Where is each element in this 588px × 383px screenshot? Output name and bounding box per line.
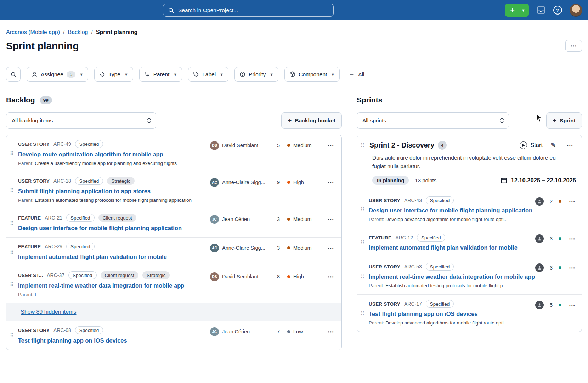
search-input[interactable] <box>178 7 329 13</box>
story-points: 2 <box>549 199 553 204</box>
work-item-id: ARC-12 <box>395 235 413 240</box>
select-stepper-icon <box>499 117 504 124</box>
parent-info: Parent: t <box>18 292 210 297</box>
sprint-name: Sprint 2 - Discovery <box>369 141 434 149</box>
assignee-filter[interactable]: Assignee 5 ▼ <box>27 67 88 82</box>
work-item-title-link[interactable]: Design user interface for mobile flight … <box>18 225 182 232</box>
sprint-more-actions-button[interactable]: ⋯ <box>564 141 576 149</box>
breadcrumb-project-link[interactable]: Arcanos (Mobile app) <box>6 29 60 35</box>
priority-filter[interactable]: Priority ▼ <box>234 67 278 82</box>
drag-handle-icon[interactable]: ⠿ <box>361 263 369 288</box>
sprint-item-arc-17: ⠿ USER STORY ARC-17 Specified Test fligh… <box>357 294 582 332</box>
story-points: 3 <box>272 245 284 251</box>
label-filter[interactable]: Label ▼ <box>188 67 228 82</box>
drag-handle-icon[interactable]: ⠿ <box>10 243 18 260</box>
priority-dot <box>287 275 290 278</box>
assignee-avatar: DS <box>210 272 219 281</box>
help-icon[interactable]: ? <box>553 6 562 15</box>
drag-handle-icon[interactable]: ⠿ <box>10 271 18 297</box>
show-hidden-items-link[interactable]: Show 89 hidden items <box>21 309 76 315</box>
assignee-avatar: JC <box>210 215 219 224</box>
work-item-title-link[interactable]: Test flight planning app on iOS devices <box>369 311 478 317</box>
item-more-actions-button[interactable]: ⋯ <box>325 142 337 149</box>
filter-search-button[interactable] <box>6 67 21 82</box>
work-item-id: ARC-49 <box>53 141 71 147</box>
type-filter[interactable]: Type ▼ <box>94 67 133 82</box>
sprints-section-title: Sprints <box>357 96 382 104</box>
work-item-title-link[interactable]: Submit flight planning application to ap… <box>18 188 151 195</box>
work-item-id: ARC-37 <box>47 272 64 278</box>
drag-handle-icon[interactable]: ⠿ <box>361 234 369 251</box>
drag-handle-icon[interactable]: ⠿ <box>361 196 369 222</box>
label-badge: Strategic <box>107 177 134 185</box>
item-more-actions-button[interactable]: ⋯ <box>325 244 337 252</box>
chevron-down-icon: ▼ <box>124 72 128 77</box>
item-more-actions-button[interactable]: ⋯ <box>567 198 577 205</box>
work-item-title-link[interactable]: Design user interface for mobile flight … <box>369 207 532 214</box>
chevron-down-icon: ▼ <box>331 72 335 77</box>
drag-handle-icon[interactable]: ⠿ <box>10 177 18 203</box>
work-item-title-link[interactable]: Implement automated flight plan validati… <box>369 244 518 251</box>
user-avatar[interactable] <box>570 4 582 17</box>
story-points: 8 <box>272 274 284 279</box>
status-badge: Specified <box>75 177 103 185</box>
parent-info: Parent: Establish automated testing prot… <box>18 198 210 203</box>
start-sprint-button[interactable]: Start <box>520 141 543 149</box>
item-more-actions-button[interactable]: ⋯ <box>567 235 577 243</box>
add-backlog-bucket-button[interactable]: + Backlog bucket <box>281 112 342 129</box>
item-more-actions-button[interactable]: ⋯ <box>325 179 337 186</box>
parent-filter[interactable]: Parent ▼ <box>139 67 182 82</box>
breadcrumb-backlog-link[interactable]: Backlog <box>68 29 88 35</box>
priority-dot <box>559 237 561 240</box>
work-item-title-link[interactable]: Develop route optimization algorithm for… <box>18 151 163 158</box>
all-filters-button[interactable]: All <box>349 71 364 78</box>
drag-handle-icon[interactable]: ⠿ <box>10 214 18 232</box>
backlog-filter-select[interactable]: All backlog items <box>6 112 156 129</box>
work-item-type: FEATURE <box>18 215 41 221</box>
drag-handle-icon[interactable]: ⠿ <box>10 326 18 344</box>
sprint-status-badge: In planning <box>372 176 409 185</box>
work-item-type: USER STORY <box>18 178 50 184</box>
status-badge: Specified <box>66 243 95 250</box>
story-points: 3 <box>549 236 553 242</box>
chevron-down-icon[interactable]: ▼ <box>519 4 529 17</box>
drag-handle-icon[interactable]: ⠿ <box>361 142 369 149</box>
person-icon <box>32 71 38 77</box>
priority-dot <box>287 181 290 184</box>
top-navigation-bar: + ▼ ? <box>0 0 588 20</box>
item-more-actions-button[interactable]: ⋯ <box>325 273 337 281</box>
global-search[interactable] <box>163 4 334 17</box>
component-filter[interactable]: Component ▼ <box>284 67 340 82</box>
select-stepper-icon <box>147 117 152 124</box>
add-sprint-button[interactable]: + Sprint <box>546 112 582 129</box>
drag-handle-icon[interactable]: ⠿ <box>361 300 369 326</box>
work-item-title-link[interactable]: Implement automated flight plan validati… <box>18 254 167 260</box>
priority-dot <box>287 330 290 333</box>
priority-indicator: Medium <box>287 216 325 222</box>
assignee-name: Jean Cérien <box>222 216 250 222</box>
assignee-name: David Semblant <box>222 143 258 148</box>
label-badge: Client request <box>101 271 138 279</box>
backlog-panel: Backlog 99 All backlog items + Backlog b… <box>6 95 342 350</box>
play-icon <box>520 141 527 149</box>
status-badge: Specified <box>426 196 454 204</box>
story-points: 5 <box>549 302 553 308</box>
work-item-title-link[interactable]: Test flight planning app on iOS devices <box>18 337 127 344</box>
page-more-actions-button[interactable]: ⋯ <box>565 40 582 52</box>
work-item-title-link[interactable]: Implement real-time weather data integra… <box>18 282 184 289</box>
sprints-filter-select[interactable]: All sprints <box>357 112 509 129</box>
item-more-actions-button[interactable]: ⋯ <box>325 216 337 223</box>
global-create-button[interactable]: + ▼ <box>505 4 529 17</box>
work-item-title-link[interactable]: Implement real-time weather data integra… <box>369 273 535 280</box>
backlog-item-arc-08: ⠿ USER STORY ARC-08 Specified Test fligh… <box>6 321 341 350</box>
edit-sprint-icon[interactable]: ✎ <box>550 141 556 149</box>
assignee-name: Anne-Claire Sigg... <box>222 179 265 185</box>
item-more-actions-button[interactable]: ⋯ <box>567 264 577 272</box>
work-item-id: ARC-18 <box>53 178 71 184</box>
drag-handle-icon[interactable]: ⠿ <box>10 140 18 166</box>
sprint-card: ⠿ Sprint 2 - Discovery 4 Start ✎ ⋯ Duis … <box>357 135 582 332</box>
item-more-actions-button[interactable]: ⋯ <box>325 328 337 335</box>
item-more-actions-button[interactable]: ⋯ <box>567 301 577 309</box>
sprint-item-count-badge: 4 <box>438 141 447 150</box>
inbox-icon[interactable] <box>536 5 546 15</box>
